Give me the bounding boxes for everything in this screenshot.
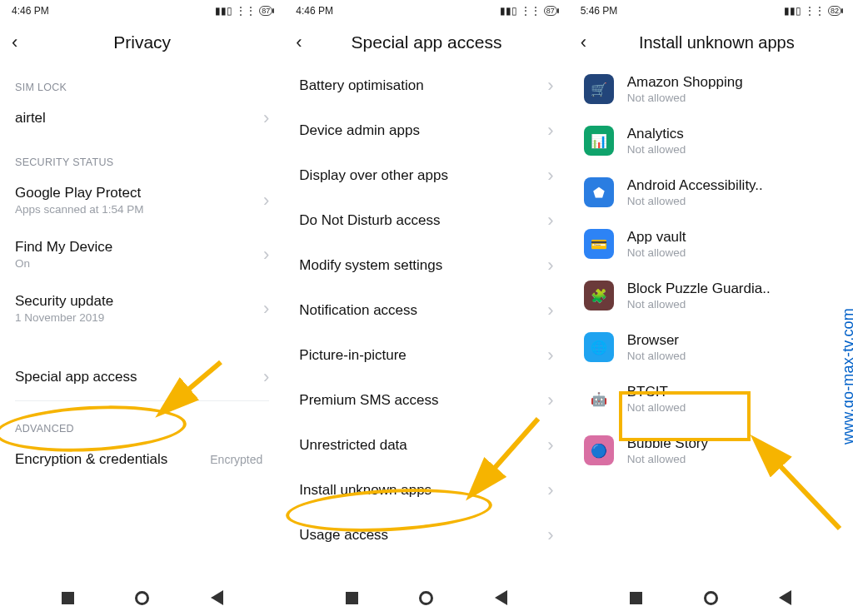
special-app-access-row[interactable]: Special app access › — [0, 357, 284, 397]
nav-overview-icon[interactable] — [630, 592, 642, 604]
status-bar: 4:46 PM ▮▮▯ ⋮⋮ 87 — [0, 0, 284, 22]
app-icon: 🛒 — [584, 74, 614, 104]
nav-home-icon[interactable] — [704, 591, 718, 605]
setting-row[interactable]: Notification access› — [284, 288, 568, 333]
page-header: ‹ Special app access — [284, 22, 568, 63]
app-row[interactable]: 🌐BrowserNot allowed — [569, 321, 853, 373]
status-time: 4:46 PM — [296, 5, 333, 17]
special-title: Special app access — [15, 369, 263, 385]
settings-list: Battery optimisation›Device admin apps›D… — [284, 63, 568, 579]
nav-overview-icon[interactable] — [62, 592, 74, 604]
battery-icon: 87 — [544, 6, 557, 16]
status-bar: 4:46 PM ▮▮▯ ⋮⋮ 87 — [284, 0, 568, 22]
app-row[interactable]: 🛒Amazon ShoppingNot allowed — [569, 63, 853, 115]
setting-label: Unrestricted data — [299, 437, 547, 454]
nav-back-icon[interactable] — [211, 590, 223, 605]
app-icon: 🌐 — [584, 332, 614, 362]
setting-label: Modify system settings — [299, 257, 547, 274]
app-status: Not allowed — [627, 143, 686, 156]
sim-airtel-row[interactable]: airtel › — [0, 98, 284, 138]
app-status: Not allowed — [627, 195, 763, 207]
app-row[interactable]: 💳App vaultNot allowed — [569, 218, 853, 270]
setting-label: Do Not Disturb access — [299, 212, 547, 229]
app-name: Block Puzzle Guardia.. — [627, 281, 771, 297]
nav-home-icon[interactable] — [419, 591, 433, 605]
nav-back-icon[interactable] — [779, 590, 791, 605]
setting-label: Usage access — [299, 527, 547, 544]
status-icons: ▮▮▯ ⋮⋮ 82 — [784, 5, 841, 17]
setting-row[interactable]: Unrestricted data› — [284, 423, 568, 468]
watermark-text: www.go-max-tv.com — [840, 308, 854, 445]
setting-row[interactable]: Usage access› — [284, 513, 568, 558]
find-my-device-row[interactable]: Find My Device On › — [0, 227, 284, 281]
app-row[interactable]: 🤖BTCITNot allowed — [569, 373, 853, 425]
gpp-title: Google Play Protect — [15, 185, 263, 201]
setting-label: Install unknown apps — [299, 482, 547, 499]
app-icon: 💳 — [584, 229, 614, 259]
section-sim-lock: SIM LOCK — [0, 63, 284, 98]
app-icon: ⬟ — [584, 177, 614, 207]
page-title: Privacy — [12, 32, 272, 52]
nav-back-icon[interactable] — [495, 590, 507, 605]
setting-label: Notification access — [299, 302, 547, 319]
section-security-status: SECURITY STATUS — [0, 138, 284, 173]
fmd-title: Find My Device — [15, 239, 263, 256]
setting-label: Device admin apps — [299, 122, 547, 139]
app-name: Android Accessibility.. — [627, 177, 763, 194]
status-time: 5:46 PM — [581, 5, 618, 17]
app-row[interactable]: 🧩Block Puzzle Guardia..Not allowed — [569, 270, 853, 321]
page-header: ‹ Install unknown apps — [569, 22, 853, 63]
app-list: 🛒Amazon ShoppingNot allowed📊AnalyticsNot… — [569, 63, 853, 579]
app-name: Amazon Shopping — [627, 74, 743, 91]
setting-row[interactable]: Do Not Disturb access› — [284, 198, 568, 243]
divider — [15, 400, 269, 401]
screen-install-unknown-apps: 5:46 PM ▮▮▯ ⋮⋮ 82 ‹ Install unknown apps… — [569, 0, 853, 616]
battery-icon: 87 — [259, 6, 272, 16]
setting-row[interactable]: Premium SMS access› — [284, 378, 568, 423]
nav-home-icon[interactable] — [135, 591, 149, 605]
setting-label: Display over other apps — [299, 167, 547, 184]
app-name: Analytics — [627, 126, 686, 142]
wifi-icon: ⋮⋮ — [521, 5, 541, 17]
app-name: App vault — [627, 229, 686, 246]
screen-special-app-access: 4:46 PM ▮▮▯ ⋮⋮ 87 ‹ Special app access B… — [284, 0, 568, 616]
app-status: Not allowed — [627, 350, 686, 362]
setting-label: Picture-in-picture — [299, 347, 547, 364]
signal-icon: ▮▮▯ — [215, 5, 232, 17]
app-icon: 📊 — [584, 126, 614, 156]
app-row[interactable]: 📊AnalyticsNot allowed — [569, 115, 853, 166]
setting-label: Battery optimisation — [299, 77, 547, 94]
page-title: Install unknown apps — [592, 33, 841, 52]
app-icon: 🧩 — [584, 281, 614, 310]
battery-icon: 82 — [828, 6, 841, 16]
app-row[interactable]: ⬟Android Accessibility..Not allowed — [569, 166, 853, 218]
navbar — [284, 579, 568, 616]
setting-row[interactable]: Display over other apps› — [284, 153, 568, 198]
status-icons: ▮▮▯ ⋮⋮ 87 — [215, 5, 272, 17]
setting-row[interactable]: Device admin apps› — [284, 108, 568, 153]
nav-overview-icon[interactable] — [346, 592, 358, 604]
setting-row[interactable]: Picture-in-picture› — [284, 333, 568, 378]
secupd-title: Security update — [15, 293, 263, 310]
status-bar: 5:46 PM ▮▮▯ ⋮⋮ 82 — [569, 0, 853, 22]
gpp-sub: Apps scanned at 1:54 PM — [15, 203, 263, 216]
section-advanced: ADVANCED — [0, 405, 284, 440]
setting-row[interactable]: Battery optimisation› — [284, 63, 568, 108]
encryption-row[interactable]: Encryption & credentials Encrypted — [0, 440, 284, 479]
navbar — [569, 579, 853, 616]
enc-trailing: Encrypted — [210, 453, 262, 466]
signal-icon: ▮▮▯ — [500, 5, 517, 17]
security-update-row[interactable]: Security update 1 November 2019 › — [0, 281, 284, 335]
app-status: Not allowed — [627, 298, 771, 310]
google-play-protect-row[interactable]: Google Play Protect Apps scanned at 1:54… — [0, 173, 284, 227]
app-icon: 🔵 — [584, 435, 614, 465]
app-status: Not allowed — [627, 453, 708, 465]
app-status: Not allowed — [627, 246, 686, 259]
setting-row[interactable]: Install unknown apps› — [284, 468, 568, 513]
setting-row[interactable]: Modify system settings› — [284, 243, 568, 288]
app-row[interactable]: 🔵Bubble StoryNot allowed — [569, 425, 853, 476]
app-icon: 🤖 — [584, 384, 614, 414]
wifi-icon: ⋮⋮ — [805, 5, 825, 17]
app-status: Not allowed — [627, 401, 686, 414]
page-header: ‹ Privacy — [0, 22, 284, 63]
